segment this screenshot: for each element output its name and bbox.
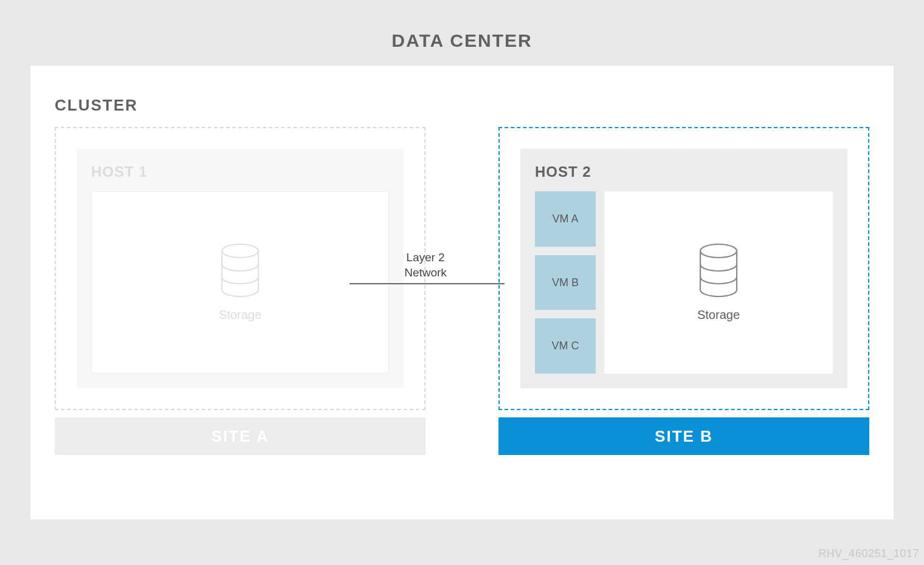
host-1-inner: Storage	[91, 191, 389, 374]
site-b: HOST 2 VM A VM B VM C	[498, 127, 869, 455]
host-2-box: HOST 2 VM A VM B VM C	[520, 149, 847, 388]
host-2-title: HOST 2	[535, 163, 833, 180]
cluster-title: CLUSTER	[55, 96, 869, 115]
host-2-storage-label: Storage	[697, 308, 740, 322]
host-1-storage-box: Storage	[91, 191, 389, 374]
svg-point-1	[700, 244, 737, 258]
svg-point-0	[222, 244, 258, 258]
database-icon	[697, 244, 740, 297]
host-1-box: HOST 1 Storage	[77, 149, 404, 388]
sites-row: HOST 1 Storage SIT	[55, 127, 869, 455]
host-1-storage-label: Storage	[219, 308, 261, 322]
vm-b-tile: VM B	[535, 255, 596, 310]
host-2-inner: VM A VM B VM C Storage	[535, 191, 833, 374]
host-1-title: HOST 1	[91, 163, 389, 180]
site-b-body: HOST 2 VM A VM B VM C	[498, 127, 869, 410]
site-b-footer: SITE B	[498, 417, 869, 455]
data-center-title: DATA CENTER	[0, 30, 924, 51]
vm-c-tile: VM C	[535, 318, 596, 374]
vm-column: VM A VM B VM C	[535, 191, 596, 374]
host-2-storage-box: Storage	[604, 191, 833, 374]
site-a-body: HOST 1 Storage	[55, 127, 426, 410]
document-id: RHV_460251_1017	[818, 547, 919, 560]
layer2-connector-line	[350, 283, 505, 284]
site-a-footer: SITE A	[55, 417, 426, 455]
site-a: HOST 1 Storage SIT	[55, 127, 426, 455]
cluster-container: CLUSTER HOST 1 Storage	[30, 66, 894, 519]
vm-a-tile: VM A	[535, 191, 596, 247]
layer2-connector-label: Layer 2 Network	[395, 250, 456, 280]
database-icon	[218, 244, 262, 297]
